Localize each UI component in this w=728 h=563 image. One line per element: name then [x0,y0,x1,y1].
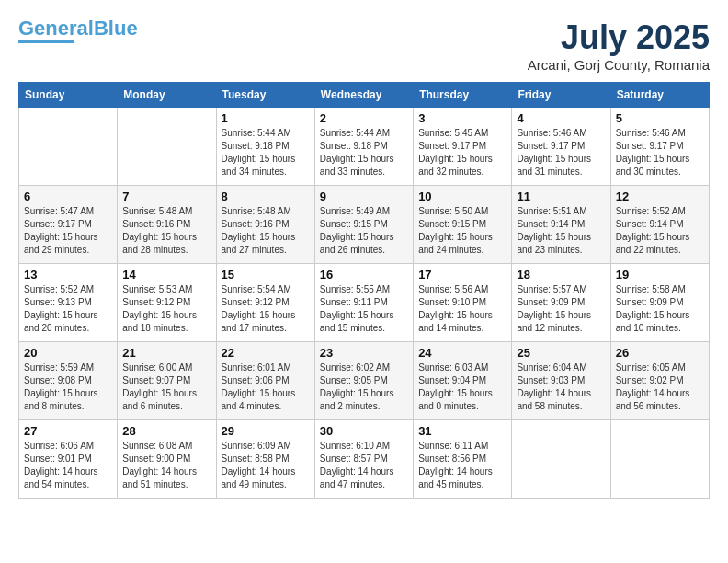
day-number: 25 [517,346,605,360]
day-info: Sunrise: 5:49 AM Sunset: 9:15 PM Dayligh… [320,205,408,257]
calendar-table: Sunday Monday Tuesday Wednesday Thursday… [18,82,710,499]
day-number: 9 [320,190,408,203]
table-row: 3Sunrise: 5:45 AM Sunset: 9:17 PM Daylig… [414,108,512,186]
col-wednesday: Wednesday [314,83,413,108]
location: Arcani, Gorj County, Romania [528,57,710,73]
col-tuesday: Tuesday [216,83,314,108]
table-row: 22Sunrise: 6:01 AM Sunset: 9:06 PM Dayli… [216,342,314,420]
table-row [512,420,610,499]
day-number: 23 [320,346,408,360]
day-info: Sunrise: 6:05 AM Sunset: 9:02 PM Dayligh… [616,362,704,413]
day-info: Sunrise: 5:53 AM Sunset: 9:12 PM Dayligh… [122,283,210,335]
day-number: 29 [222,424,310,438]
day-info: Sunrise: 6:06 AM Sunset: 9:01 PM Dayligh… [24,440,112,491]
day-number: 2 [320,111,408,125]
table-row: 20Sunrise: 5:59 AM Sunset: 9:08 PM Dayli… [19,342,118,420]
day-info: Sunrise: 6:02 AM Sunset: 9:05 PM Dayligh… [320,362,408,413]
day-info: Sunrise: 5:51 AM Sunset: 9:14 PM Dayligh… [517,205,605,257]
day-number: 21 [122,346,210,360]
day-number: 14 [122,268,210,282]
day-number: 26 [616,346,704,360]
day-info: Sunrise: 5:55 AM Sunset: 9:11 PM Dayligh… [320,283,408,335]
day-info: Sunrise: 5:44 AM Sunset: 9:18 PM Dayligh… [320,127,408,178]
col-thursday: Thursday [414,83,512,108]
table-row: 17Sunrise: 5:56 AM Sunset: 9:10 PM Dayli… [414,264,512,342]
day-info: Sunrise: 5:50 AM Sunset: 9:15 PM Dayligh… [418,205,506,257]
day-info: Sunrise: 6:11 AM Sunset: 8:56 PM Dayligh… [418,440,506,491]
table-row: 18Sunrise: 5:57 AM Sunset: 9:09 PM Dayli… [512,264,610,342]
table-row: 16Sunrise: 5:55 AM Sunset: 9:11 PM Dayli… [314,264,413,342]
day-info: Sunrise: 5:52 AM Sunset: 9:13 PM Dayligh… [24,283,112,335]
logo-part1: General [18,17,94,40]
title-block: July 2025 Arcani, Gorj County, Romania [528,18,710,73]
day-number: 16 [320,268,408,282]
day-number: 4 [517,111,605,125]
table-row: 13Sunrise: 5:52 AM Sunset: 9:13 PM Dayli… [19,264,118,342]
day-number: 31 [418,424,506,438]
table-row: 2Sunrise: 5:44 AM Sunset: 9:18 PM Daylig… [314,108,413,186]
col-friday: Friday [512,83,610,108]
day-info: Sunrise: 6:00 AM Sunset: 9:07 PM Dayligh… [122,362,210,413]
table-row: 6Sunrise: 5:47 AM Sunset: 9:17 PM Daylig… [19,186,118,264]
day-number: 27 [24,424,112,438]
table-row: 30Sunrise: 6:10 AM Sunset: 8:57 PM Dayli… [314,420,413,499]
day-number: 22 [222,346,310,360]
day-info: Sunrise: 5:46 AM Sunset: 9:17 PM Dayligh… [616,127,704,178]
table-row: 19Sunrise: 5:58 AM Sunset: 9:09 PM Dayli… [610,264,709,342]
day-number: 12 [616,190,704,203]
day-info: Sunrise: 5:56 AM Sunset: 9:10 PM Dayligh… [418,283,506,335]
day-info: Sunrise: 5:46 AM Sunset: 9:17 PM Dayligh… [517,127,605,178]
table-row: 21Sunrise: 6:00 AM Sunset: 9:07 PM Dayli… [118,342,216,420]
table-row [19,108,118,186]
day-number: 24 [418,346,506,360]
day-number: 1 [222,111,310,125]
logo-part2: Blue [94,17,138,40]
day-info: Sunrise: 5:57 AM Sunset: 9:09 PM Dayligh… [517,283,605,335]
table-row: 4Sunrise: 5:46 AM Sunset: 9:17 PM Daylig… [512,108,610,186]
day-info: Sunrise: 5:47 AM Sunset: 9:17 PM Dayligh… [24,205,112,257]
logo: GeneralBlue [18,18,138,43]
page-header: GeneralBlue July 2025 Arcani, Gorj Count… [18,18,710,73]
day-number: 20 [24,346,112,360]
day-number: 13 [24,268,112,282]
day-number: 7 [122,190,210,203]
logo-text: GeneralBlue [18,18,138,39]
col-sunday: Sunday [19,83,118,108]
day-info: Sunrise: 6:09 AM Sunset: 8:58 PM Dayligh… [222,440,310,491]
day-number: 3 [418,111,506,125]
day-info: Sunrise: 5:58 AM Sunset: 9:09 PM Dayligh… [616,283,704,335]
table-row: 31Sunrise: 6:11 AM Sunset: 8:56 PM Dayli… [414,420,512,499]
day-info: Sunrise: 5:48 AM Sunset: 9:16 PM Dayligh… [222,205,310,257]
table-row: 25Sunrise: 6:04 AM Sunset: 9:03 PM Dayli… [512,342,610,420]
calendar-week-row: 20Sunrise: 5:59 AM Sunset: 9:08 PM Dayli… [19,342,710,420]
day-number: 30 [320,424,408,438]
logo-underline [18,40,74,43]
table-row: 1Sunrise: 5:44 AM Sunset: 9:18 PM Daylig… [216,108,314,186]
month-year: July 2025 [528,18,710,57]
day-number: 6 [24,190,112,203]
col-saturday: Saturday [610,83,709,108]
table-row: 24Sunrise: 6:03 AM Sunset: 9:04 PM Dayli… [414,342,512,420]
table-row [118,108,216,186]
calendar-week-row: 1Sunrise: 5:44 AM Sunset: 9:18 PM Daylig… [19,108,710,186]
calendar-week-row: 6Sunrise: 5:47 AM Sunset: 9:17 PM Daylig… [19,186,710,264]
day-number: 10 [418,190,506,203]
col-monday: Monday [118,83,216,108]
table-row: 26Sunrise: 6:05 AM Sunset: 9:02 PM Dayli… [610,342,709,420]
day-info: Sunrise: 6:10 AM Sunset: 8:57 PM Dayligh… [320,440,408,491]
table-row: 27Sunrise: 6:06 AM Sunset: 9:01 PM Dayli… [19,420,118,499]
table-row: 23Sunrise: 6:02 AM Sunset: 9:05 PM Dayli… [314,342,413,420]
table-row: 29Sunrise: 6:09 AM Sunset: 8:58 PM Dayli… [216,420,314,499]
day-info: Sunrise: 6:03 AM Sunset: 9:04 PM Dayligh… [418,362,506,413]
calendar-week-row: 27Sunrise: 6:06 AM Sunset: 9:01 PM Dayli… [19,420,710,499]
day-info: Sunrise: 6:01 AM Sunset: 9:06 PM Dayligh… [222,362,310,413]
day-info: Sunrise: 6:08 AM Sunset: 9:00 PM Dayligh… [122,440,210,491]
day-info: Sunrise: 5:45 AM Sunset: 9:17 PM Dayligh… [418,127,506,178]
day-info: Sunrise: 5:54 AM Sunset: 9:12 PM Dayligh… [222,283,310,335]
table-row: 5Sunrise: 5:46 AM Sunset: 9:17 PM Daylig… [610,108,709,186]
day-number: 5 [616,111,704,125]
day-info: Sunrise: 5:48 AM Sunset: 9:16 PM Dayligh… [122,205,210,257]
table-row: 9Sunrise: 5:49 AM Sunset: 9:15 PM Daylig… [314,186,413,264]
table-row [610,420,709,499]
table-row: 10Sunrise: 5:50 AM Sunset: 9:15 PM Dayli… [414,186,512,264]
